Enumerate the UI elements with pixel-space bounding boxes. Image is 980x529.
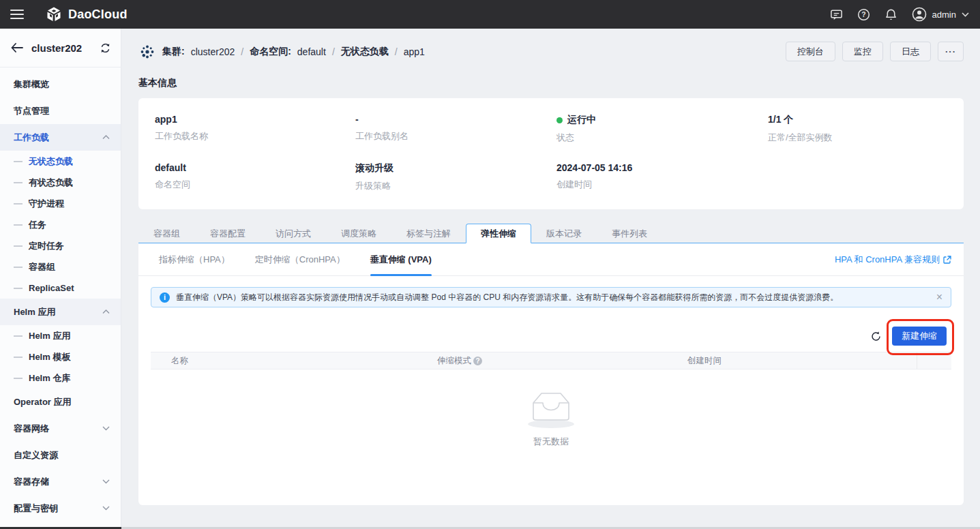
basic-info-card: app1 工作负载名称 - 工作负载别名 运行中 状态 1/1 个 正常/全部实…: [138, 98, 964, 209]
sidebar-item-container-storage[interactable]: 容器存储: [0, 468, 121, 495]
scaling-subtabs: 指标伸缩（HPA） 定时伸缩（CronHPA） 垂直伸缩 (VPA) HPA 和…: [138, 243, 964, 276]
svg-text:?: ?: [861, 11, 865, 18]
sidebar-item-daemonsets[interactable]: 守护进程: [0, 193, 121, 214]
avatar-icon: [912, 7, 927, 22]
breadcrumb-namespace-value[interactable]: default: [297, 46, 326, 57]
sidebar-item-helm-apps-group[interactable]: Helm 应用: [0, 299, 121, 325]
user-menu[interactable]: admin: [912, 7, 969, 22]
sidebar-item-config-secrets[interactable]: 配置与密钥: [0, 495, 121, 522]
chevron-up-icon: [102, 309, 110, 314]
sidebar-item-jobs[interactable]: 任务: [0, 214, 121, 235]
field-created-time: 2024-07-05 14:16 创建时间: [556, 162, 768, 192]
column-header-created-time: 创建时间: [667, 352, 917, 369]
status-running-dot: [556, 117, 563, 123]
sidebar-item-node-management[interactable]: 节点管理: [0, 97, 121, 124]
sidebar-item-workloads[interactable]: 工作负载: [0, 124, 121, 151]
field-namespace: default 命名空间: [155, 162, 355, 192]
info-icon: i: [160, 292, 170, 303]
field-instances: 1/1 个 正常/全部实例数: [768, 114, 947, 144]
external-link-icon: [943, 256, 951, 264]
empty-state: 暂无数据: [138, 388, 964, 448]
chevron-up-icon: [102, 135, 110, 140]
console-button[interactable]: 控制台: [786, 42, 835, 61]
chevron-down-icon: [102, 506, 110, 511]
help-icon[interactable]: ?: [857, 8, 870, 21]
field-upgrade-strategy: 滚动升级 升级策略: [355, 162, 556, 192]
sidebar-item-helm-apps[interactable]: Helm 应用: [0, 325, 121, 346]
vpa-info-banner: i 垂直伸缩（VPA）策略可以根据容器实际资源使用情况手动或自动调整 Pod 中…: [151, 287, 951, 307]
back-arrow-icon[interactable]: [11, 43, 23, 52]
elastic-scaling-panel: 指标伸缩（HPA） 定时伸缩（CronHPA） 垂直伸缩 (VPA) HPA 和…: [138, 243, 964, 505]
sidebar-item-container-network[interactable]: 容器网络: [0, 415, 121, 442]
tab-pods[interactable]: 容器组: [138, 224, 195, 243]
workload-cluster-icon: [138, 43, 156, 61]
sidebar-item-operator-apps[interactable]: Operator 应用: [0, 389, 121, 415]
empty-inbox-icon: [525, 388, 577, 429]
logs-button[interactable]: 日志: [890, 42, 931, 61]
more-actions-button[interactable]: ···: [938, 42, 964, 61]
chevron-down-icon: [102, 426, 110, 431]
sidebar-item-pods[interactable]: 容器组: [0, 256, 121, 277]
status-badge: 运行中: [567, 114, 596, 126]
sidebar-item-replicaset[interactable]: ReplicaSet: [0, 277, 121, 299]
tab-elastic-scaling[interactable]: 弹性伸缩: [466, 224, 531, 243]
vpa-table-header: 名称 伸缩模式 ? 创建时间: [151, 352, 951, 369]
tab-event-list[interactable]: 事件列表: [597, 224, 662, 243]
breadcrumb-namespace-label: 命名空间:: [250, 46, 291, 58]
sidebar-item-cluster-overview[interactable]: 集群概览: [0, 71, 121, 97]
empty-state-text: 暂无数据: [533, 436, 569, 448]
topbar: DaoCloud ? admin: [0, 0, 980, 29]
breadcrumb: 集群: cluster202 / 命名空间: default / 无状态负载 /…: [138, 43, 425, 61]
subtab-cronhpa[interactable]: 定时伸缩（CronHPA）: [255, 243, 345, 276]
create-scaling-button[interactable]: 新建伸缩: [892, 327, 947, 346]
daocloud-logo-icon: [46, 6, 62, 22]
tab-scheduling-policy[interactable]: 调度策略: [326, 224, 391, 243]
brand-logo[interactable]: DaoCloud: [46, 6, 128, 22]
breadcrumb-cluster-label: 集群:: [162, 46, 185, 58]
main-content: 集群: cluster202 / 命名空间: default / 无状态负载 /…: [122, 29, 980, 529]
banner-close-icon[interactable]: ×: [930, 292, 942, 303]
sidebar-item-cronjobs[interactable]: 定时任务: [0, 235, 121, 256]
detail-tabs: 容器组 容器配置 访问方式 调度策略 标签与注解 弹性伸缩 版本记录 事件列表: [138, 224, 964, 243]
vpa-banner-text: 垂直伸缩（VPA）策略可以根据容器实际资源使用情况手动或自动调整 Pod 中容器…: [176, 292, 838, 303]
breadcrumb-cluster-value[interactable]: cluster202: [191, 46, 235, 57]
breadcrumb-workload-name: app1: [404, 46, 425, 57]
field-status: 运行中 状态: [556, 114, 768, 144]
switch-cluster-icon[interactable]: [100, 42, 111, 54]
tab-access-method[interactable]: 访问方式: [261, 224, 326, 243]
subtab-hpa[interactable]: 指标伸缩（HPA）: [159, 243, 230, 276]
field-workload-name: app1 工作负载名称: [155, 114, 355, 144]
sidebar-item-deployments[interactable]: 无状态负载: [0, 151, 121, 172]
tab-version-history[interactable]: 版本记录: [531, 224, 597, 243]
message-icon[interactable]: [830, 8, 843, 21]
sidebar: cluster202 集群概览 节点管理 工作负载 无状态负载 有状态负载: [0, 29, 121, 529]
notification-bell-icon[interactable]: [885, 8, 897, 21]
subtab-vpa[interactable]: 垂直伸缩 (VPA): [370, 243, 432, 276]
compatibility-rules-link[interactable]: HPA 和 CronHPA 兼容规则: [835, 254, 951, 266]
sidebar-item-statefulsets[interactable]: 有状态负载: [0, 172, 121, 193]
scaling-mode-help-icon[interactable]: ?: [473, 357, 482, 365]
vpa-toolbar: 新建伸缩: [151, 327, 947, 346]
column-header-name: 名称: [151, 352, 417, 369]
column-header-actions: [917, 352, 951, 369]
tab-container-config[interactable]: 容器配置: [195, 224, 261, 243]
field-workload-alias: - 工作负载别名: [355, 114, 556, 144]
user-name: admin: [932, 10, 956, 20]
column-header-scaling-mode: 伸缩模式 ?: [417, 352, 667, 369]
sidebar-item-custom-resources[interactable]: 自定义资源: [0, 442, 121, 468]
chevron-down-icon: [962, 12, 969, 17]
breadcrumb-workload-type[interactable]: 无状态负载: [341, 46, 389, 58]
tab-labels-annotations[interactable]: 标签与注解: [391, 224, 466, 243]
monitor-button[interactable]: 监控: [842, 42, 883, 61]
sidebar-item-helm-repos[interactable]: Helm 仓库: [0, 367, 121, 389]
sidebar-nav: 集群概览 节点管理 工作负载 无状态负载 有状态负载 守护进程 任务: [0, 67, 121, 522]
cluster-name: cluster202: [31, 42, 100, 54]
chevron-down-icon: [102, 479, 110, 484]
hamburger-menu-icon[interactable]: [10, 7, 24, 22]
sidebar-header: cluster202: [0, 29, 121, 67]
brand-name: DaoCloud: [68, 7, 128, 22]
basic-info-title: 基本信息: [138, 77, 964, 89]
sidebar-item-helm-templates[interactable]: Helm 模板: [0, 346, 121, 367]
refresh-icon[interactable]: [870, 331, 882, 342]
